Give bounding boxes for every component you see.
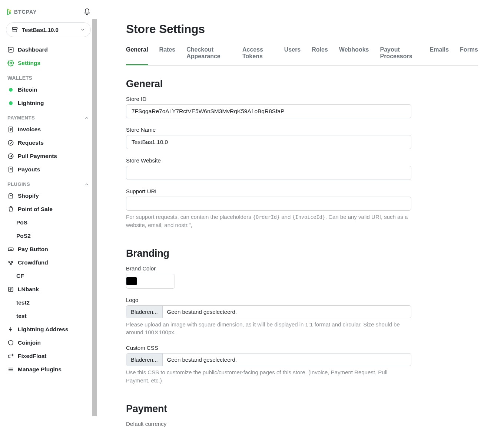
requests-icon [7,139,14,146]
sidebar-item-point-of-sale[interactable]: Point of Sale [6,203,91,216]
sidebar-item-pos-child[interactable]: PoS2 [6,229,91,243]
sidebar-item-manage-plugins[interactable]: Manage Plugins [6,363,91,376]
input-brand-color[interactable] [126,274,175,289]
store-selector-name: TestBas1.10.0 [22,27,59,33]
sidebar-item-lnbank[interactable]: LNbank [6,283,91,296]
svg-point-15 [11,261,13,263]
pull-payments-icon [7,153,14,160]
sidebar-item-dashboard[interactable]: Dashboard [6,43,91,56]
sidebar-item-pull-payments[interactable]: Pull Payments [6,149,91,163]
notifications-bell-icon[interactable] [83,8,91,16]
sidebar-item-crowdfund[interactable]: Crowdfund [6,256,91,269]
label-logo: Logo [126,297,478,303]
payouts-icon [7,166,14,173]
tab-checkout-appearance[interactable]: Checkout Appearance [186,46,231,65]
store-selector[interactable]: TestBas1.10.0 [6,22,91,37]
app-logo[interactable]: BTCPAY [6,9,37,15]
sidebar-item-label: Requests [18,139,44,146]
dashboard-icon [7,46,14,53]
sidebar-scrollbar[interactable] [92,19,97,416]
crowdfund-icon [7,259,14,266]
sidebar-item-label: test [16,313,27,319]
label-default-currency: Default currency [126,421,478,427]
tab-emails[interactable]: Emails [430,46,449,65]
sidebar-item-label: PoS [16,219,27,226]
sidebar-item-label: CF [16,273,24,279]
shopify-icon [7,193,14,199]
invoice-icon [7,126,14,133]
sidebar-item-lnbank-child[interactable]: test2 [6,296,91,309]
chevron-up-icon [84,182,89,187]
sidebar-section-wallets: WALLETS [6,70,91,83]
file-browse-button[interactable]: Bladeren... [126,354,163,366]
sidebar-item-coinjoin[interactable]: Coinjoin [6,336,91,349]
settings-icon [7,60,14,66]
sidebar-item-pos-child[interactable]: PoS [6,216,91,229]
lnbank-icon [7,286,14,293]
sidebar-section-payments[interactable]: PAYMENTS [6,110,91,123]
main-content: Store Settings General Rates Checkout Ap… [97,0,504,447]
input-support-url[interactable] [126,197,411,211]
tab-payout-processors[interactable]: Payout Processors [380,46,418,65]
help-logo: Please upload an image with square dimen… [126,321,411,337]
svg-point-16 [10,263,11,265]
sidebar-item-lnbank-child[interactable]: test [6,309,91,323]
lightning-icon [7,326,14,333]
input-custom-css-file[interactable]: Bladeren... Geen bestand geselecteerd. [126,353,411,366]
sidebar-section-label: PAYMENTS [7,115,35,121]
sidebar-item-label: PoS2 [16,233,31,239]
sidebar-section-plugins[interactable]: PLUGINS [6,176,91,189]
tab-rates[interactable]: Rates [159,46,176,65]
sidebar-item-shopify[interactable]: Shopify [6,189,91,203]
sidebar-item-label: Payouts [18,166,40,173]
app-logo-text: BTCPAY [14,9,37,15]
chevron-up-icon [84,115,89,121]
coinjoin-icon [7,339,14,346]
pos-icon [7,206,14,213]
sidebar-item-settings[interactable]: Settings [6,56,91,70]
file-selected-label: Geen bestand geselecteerd. [163,354,241,366]
sidebar-item-label: Dashboard [18,46,48,53]
sidebar-item-label: Coinjoin [18,339,41,346]
label-support-url: Support URL [126,188,478,194]
brand-color-preview [126,277,137,285]
tab-forms[interactable]: Forms [460,46,478,65]
label-store-id: Store ID [126,96,478,102]
file-browse-button[interactable]: Bladeren... [126,306,163,318]
sidebar-item-lightning-address[interactable]: Lightning Address [6,323,91,336]
label-store-name: Store Name [126,126,478,133]
brand-color-swatch[interactable] [126,274,137,288]
sidebar-item-label: Crowdfund [18,259,48,266]
input-brand-color-hex[interactable] [137,274,175,288]
sidebar-item-requests[interactable]: Requests [6,136,91,149]
manage-plugins-icon [7,366,14,373]
fixedfloat-icon [7,353,14,359]
svg-point-14 [9,261,10,263]
sidebar-item-bitcoin[interactable]: Bitcoin [6,83,91,96]
store-icon [11,26,18,33]
sidebar-item-label: Shopify [18,193,39,199]
input-logo-file[interactable]: Bladeren... Geen bestand geselecteerd. [126,305,411,318]
tab-users[interactable]: Users [284,46,301,65]
sidebar-item-invoices[interactable]: Invoices [6,123,91,136]
sidebar-item-fixedfloat[interactable]: FixedFloat [6,349,91,363]
sidebar-item-pay-button[interactable]: Pay Button [6,243,91,256]
pay-button-icon [7,246,14,253]
tab-general[interactable]: General [126,46,148,65]
help-support-url: For support requests, can contain the pl… [126,213,411,229]
sidebar-item-payouts[interactable]: Payouts [6,163,91,176]
tab-roles[interactable]: Roles [312,46,328,65]
tab-webhooks[interactable]: Webhooks [339,46,369,65]
sidebar-item-crowdfund-child[interactable]: CF [6,269,91,283]
status-dot-icon [9,101,13,105]
chevron-down-icon [80,27,85,32]
sidebar-item-label: Lightning Address [18,326,68,333]
settings-tabs: General Rates Checkout Appearance Access… [126,46,478,66]
sidebar-item-lightning[interactable]: Lightning [6,96,91,110]
sidebar-item-label: FixedFloat [18,353,47,359]
input-store-website[interactable] [126,166,411,180]
input-store-name[interactable] [126,135,411,149]
sidebar-item-label: Pull Payments [18,153,57,160]
input-store-id[interactable] [126,104,411,118]
tab-access-tokens[interactable]: Access Tokens [242,46,273,65]
